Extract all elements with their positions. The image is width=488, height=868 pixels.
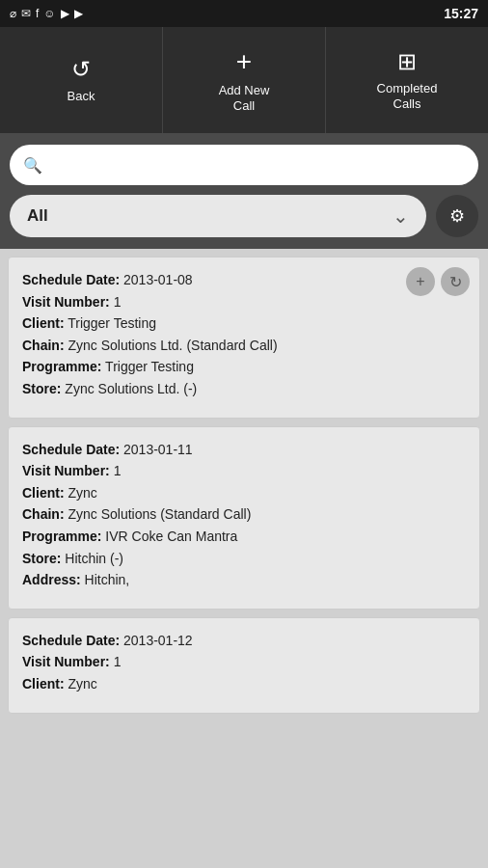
- programme-label-1: Programme:: [22, 359, 101, 374]
- search-box[interactable]: 🔍: [10, 145, 478, 185]
- store-2: Store: Hitchin (-): [22, 550, 466, 569]
- back-label: Back: [68, 89, 95, 104]
- chain-label-1: Chain:: [22, 338, 65, 353]
- call-card-3: Schedule Date: 2013-01-12 Visit Number: …: [8, 617, 480, 714]
- store-label-1: Store:: [22, 381, 61, 396]
- refresh-card-button-1[interactable]: ↻: [441, 267, 470, 296]
- add-new-call-label: Add NewCall: [219, 83, 270, 113]
- visit-number-label-3: Visit Number:: [22, 654, 110, 669]
- visit-number-label-2: Visit Number:: [22, 463, 110, 478]
- chevron-down-icon: ⌄: [393, 204, 409, 228]
- usb-icon: ⌀: [10, 7, 16, 20]
- add-icon: +: [236, 46, 252, 77]
- completed-calls-icon: ⊞: [397, 48, 417, 75]
- schedule-date-3: Schedule Date: 2013-01-12: [22, 632, 466, 651]
- visit-number-label-1: Visit Number:: [22, 294, 110, 310]
- address-label-2: Address:: [22, 572, 81, 587]
- email-icon: ✉: [21, 7, 31, 20]
- filter-dropdown-label: All: [27, 206, 48, 226]
- store-1: Store: Zync Solutions Ltd. (-): [22, 380, 466, 399]
- search-filter-area: 🔍 All ⌄ ⚙: [0, 133, 488, 249]
- schedule-date-2: Schedule Date: 2013-01-11: [22, 441, 466, 460]
- schedule-date-label-3: Schedule Date:: [22, 633, 120, 648]
- filter-row: All ⌄ ⚙: [10, 195, 478, 237]
- content-area: + ↻ Schedule Date: 2013-01-08 Visit Numb…: [0, 249, 488, 868]
- search-input[interactable]: [50, 157, 465, 174]
- client-2: Client: Zync: [22, 484, 466, 503]
- add-card-button-1[interactable]: +: [406, 267, 435, 296]
- programme-2: Programme: IVR Coke Can Mantra: [22, 528, 466, 547]
- call-card-2: Schedule Date: 2013-01-11 Visit Number: …: [8, 426, 480, 610]
- completed-calls-button[interactable]: ⊞ CompletedCalls: [326, 27, 488, 133]
- programme-1: Programme: Trigger Testing: [22, 358, 466, 377]
- schedule-date-label-2: Schedule Date:: [22, 442, 120, 457]
- add-new-call-button[interactable]: + Add NewCall: [163, 27, 326, 133]
- status-time: 15:27: [444, 6, 478, 21]
- completed-calls-label: CompletedCalls: [377, 81, 438, 111]
- settings-button[interactable]: ⚙: [436, 195, 478, 237]
- android-icon: ☺: [43, 7, 55, 20]
- filter-dropdown[interactable]: All ⌄: [10, 195, 426, 237]
- client-1: Client: Trigger Testing: [22, 314, 466, 334]
- visit-number-2: Visit Number: 1: [22, 462, 466, 481]
- client-label-1: Client:: [22, 315, 65, 331]
- programme-label-2: Programme:: [22, 529, 101, 544]
- store-label-2: Store:: [22, 551, 61, 566]
- card-actions-1: + ↻: [406, 267, 470, 296]
- chain-2: Chain: Zync Solutions (Standard Call): [22, 505, 466, 525]
- facebook-icon: f: [36, 7, 39, 20]
- address-2: Address: Hitchin,: [22, 571, 466, 590]
- media-icon2: ▶: [74, 7, 83, 20]
- back-icon: ↺: [71, 56, 91, 83]
- client-label-2: Client:: [22, 485, 65, 501]
- back-button[interactable]: ↺ Back: [0, 27, 163, 133]
- search-icon: 🔍: [23, 156, 42, 175]
- schedule-date-1: Schedule Date: 2013-01-08: [22, 271, 466, 290]
- call-card-1: + ↻ Schedule Date: 2013-01-08 Visit Numb…: [8, 257, 480, 419]
- client-label-3: Client:: [22, 676, 65, 692]
- gear-icon: ⚙: [449, 205, 465, 227]
- client-3: Client: Zync: [22, 675, 466, 694]
- chain-1: Chain: Zync Solutions Ltd. (Standard Cal…: [22, 337, 466, 356]
- visit-number-3: Visit Number: 1: [22, 653, 466, 672]
- chain-label-2: Chain:: [22, 506, 65, 522]
- nav-bar: ↺ Back + Add NewCall ⊞ CompletedCalls: [0, 27, 488, 133]
- status-bar: ⌀ ✉ f ☺ ▶ ▶ 15:27: [0, 0, 488, 27]
- status-icons-left: ⌀ ✉ f ☺ ▶ ▶: [10, 7, 83, 20]
- visit-number-1: Visit Number: 1: [22, 293, 466, 312]
- media-icon1: ▶: [61, 7, 69, 20]
- schedule-date-label-1: Schedule Date:: [22, 272, 120, 287]
